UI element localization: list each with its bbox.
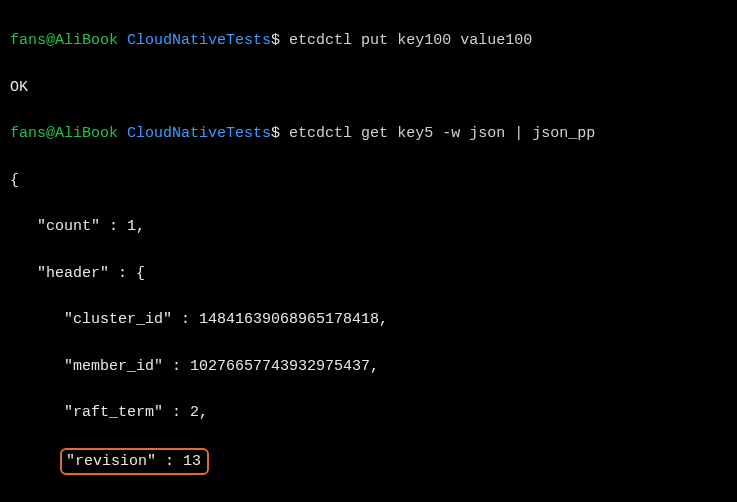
prompt-line-1: fans@AliBook CloudNativeTests$ etcdctl p… [10,29,727,52]
json-line: "cluster_id" : 14841639068965178418, [10,308,727,331]
command-1: etcdctl put key100 value100 [289,32,532,49]
indent [10,453,64,470]
prompt-sep: $ [271,125,280,142]
output-ok: OK [10,76,727,99]
prompt-sep: $ [271,32,280,49]
json-line: { [10,169,727,192]
command-2: etcdctl get key5 -w json | json_pp [289,125,595,142]
prompt-line-2: fans@AliBook CloudNativeTests$ etcdctl g… [10,122,727,145]
json-line: }, [10,498,727,502]
prompt-path: CloudNativeTests [127,125,271,142]
prompt-user: fans@AliBook [10,125,118,142]
prompt-user: fans@AliBook [10,32,118,49]
json-line: "member_id" : 10276657743932975437, [10,355,727,378]
json-line: "count" : 1, [10,215,727,238]
json-line: "raft_term" : 2, [10,401,727,424]
json-line: "header" : { [10,262,727,285]
terminal[interactable]: fans@AliBook CloudNativeTests$ etcdctl p… [0,0,737,502]
prompt-path: CloudNativeTests [127,32,271,49]
highlight-box: "revision" : 13 [60,448,209,475]
json-line-revision: "revision" : 13 [10,448,727,475]
